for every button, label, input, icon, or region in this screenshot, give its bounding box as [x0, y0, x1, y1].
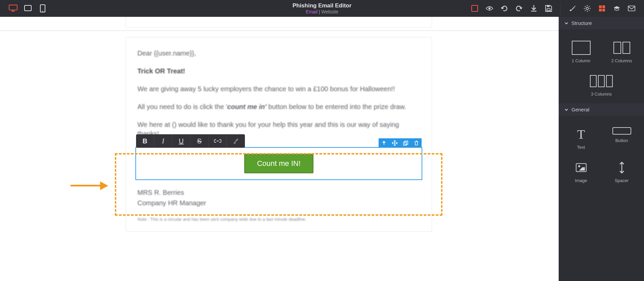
chevron-down-icon	[565, 108, 568, 111]
svg-point-4	[42, 11, 43, 11]
app-subtitle: Email | Website	[293, 9, 352, 14]
svg-rect-7	[547, 9, 550, 11]
email-footnote[interactable]: Note : This is a circular and has been s…	[137, 216, 420, 222]
components-panel: Structure 1 Column 2 Columns 3 Columns G…	[559, 17, 644, 281]
gear-icon[interactable]	[584, 5, 591, 12]
svg-rect-0	[9, 5, 17, 10]
desktop-preview-button[interactable]	[9, 5, 17, 12]
chevron-down-icon	[565, 22, 568, 25]
svg-rect-20	[599, 9, 602, 11]
toolbar-divider	[560, 2, 561, 14]
stop-icon[interactable]	[471, 5, 478, 12]
component-button[interactable]: Button	[601, 121, 642, 154]
svg-rect-2	[25, 5, 31, 11]
app-title-block: Phishing Email Editor Email | Website	[293, 2, 352, 14]
svg-line-17	[589, 6, 590, 7]
download-icon[interactable]	[530, 5, 538, 12]
section-header-structure[interactable]: Structure	[559, 17, 644, 29]
subtitle-email-link[interactable]: Email	[306, 9, 317, 14]
subtitle-website-link[interactable]: Website	[321, 9, 338, 14]
spacer-icon	[612, 161, 631, 175]
section-divider	[0, 30, 559, 31]
text-format-toolbar: B I U S	[136, 134, 245, 148]
general-items: T Text Button Image Spacer	[559, 116, 644, 190]
graduation-icon[interactable]	[613, 5, 620, 12]
bold-button[interactable]: B	[136, 134, 154, 148]
device-preview-group	[0, 5, 47, 12]
italic-button[interactable]: I	[154, 134, 172, 148]
svg-rect-22	[628, 6, 635, 11]
column-3-icon	[589, 74, 614, 88]
signature-title[interactable]: Company HR Manager	[137, 199, 420, 208]
mobile-preview-button[interactable]	[38, 5, 47, 12]
svg-line-14	[585, 6, 586, 7]
annotation-arrow	[71, 180, 111, 190]
svg-line-15	[589, 10, 590, 11]
delete-icon[interactable]	[411, 138, 422, 148]
duplicate-icon[interactable]	[400, 138, 411, 148]
underline-button[interactable]: U	[172, 134, 190, 148]
top-toolbar: Phishing Email Editor Email | Website	[0, 0, 644, 17]
signature-name[interactable]: MRS R. Berries	[137, 188, 420, 197]
workspace: Dear {{user.name}}, Trick OR Treat! We a…	[0, 17, 644, 281]
svg-line-16	[585, 10, 586, 11]
select-parent-icon[interactable]	[379, 138, 389, 148]
previous-block-card[interactable]	[126, 17, 432, 28]
component-image[interactable]: Image	[561, 154, 601, 188]
selected-button-block[interactable]: B I U S Count me IN!	[135, 147, 422, 180]
svg-rect-19	[602, 5, 605, 8]
block-control-toolbar	[379, 138, 422, 148]
preview-icon[interactable]	[486, 5, 493, 12]
email-body[interactable]: Dear {{user.name}}, Trick OR Treat! We a…	[137, 49, 420, 138]
image-icon	[572, 161, 591, 175]
email-card[interactable]: Dear {{user.name}}, Trick OR Treat! We a…	[126, 37, 432, 232]
email-headline[interactable]: Trick OR Treat!	[137, 67, 420, 76]
svg-point-6	[488, 7, 490, 9]
link-button[interactable]	[209, 134, 227, 148]
text-icon: T	[572, 127, 591, 141]
cta-button[interactable]: Count me IN!	[244, 154, 313, 173]
svg-rect-18	[599, 5, 602, 8]
component-3-columns[interactable]: 3 Columns	[561, 68, 642, 101]
button-icon	[612, 127, 631, 135]
svg-rect-21	[602, 9, 605, 11]
envelope-icon[interactable]	[628, 5, 635, 12]
section-header-general[interactable]: General	[559, 103, 644, 116]
undo-icon[interactable]	[501, 5, 508, 12]
email-line2[interactable]: All you need to do is click the 'count m…	[137, 102, 420, 111]
brush-icon[interactable]	[569, 5, 576, 12]
grid-icon[interactable]	[598, 5, 606, 12]
redo-icon[interactable]	[515, 5, 523, 12]
toolbar-right	[471, 2, 644, 14]
component-text[interactable]: T Text	[561, 121, 601, 154]
structure-items: 1 Column 2 Columns 3 Columns	[559, 29, 644, 103]
column-2-icon	[612, 41, 631, 55]
component-1-column[interactable]: 1 Column	[561, 35, 601, 68]
highlight-button[interactable]	[227, 134, 245, 148]
svg-rect-5	[472, 5, 478, 11]
tablet-preview-button[interactable]	[24, 5, 32, 12]
email-line1[interactable]: We are giving away 5 lucky employers the…	[137, 84, 420, 94]
component-2-columns[interactable]: 2 Columns	[601, 35, 642, 68]
app-title: Phishing Email Editor	[293, 2, 352, 9]
move-icon[interactable]	[389, 138, 400, 148]
component-spacer[interactable]: Spacer	[601, 154, 642, 188]
svg-point-9	[586, 7, 589, 10]
svg-rect-1	[11, 11, 14, 12]
svg-rect-8	[547, 5, 550, 7]
save-icon[interactable]	[545, 5, 552, 12]
strike-button[interactable]: S	[190, 134, 209, 148]
canvas-area[interactable]: Dear {{user.name}}, Trick OR Treat! We a…	[0, 17, 559, 281]
email-signature[interactable]: MRS R. Berries Company HR Manager Note :…	[137, 188, 420, 222]
column-1-icon	[572, 41, 591, 55]
email-greeting[interactable]: Dear {{user.name}},	[137, 49, 420, 58]
